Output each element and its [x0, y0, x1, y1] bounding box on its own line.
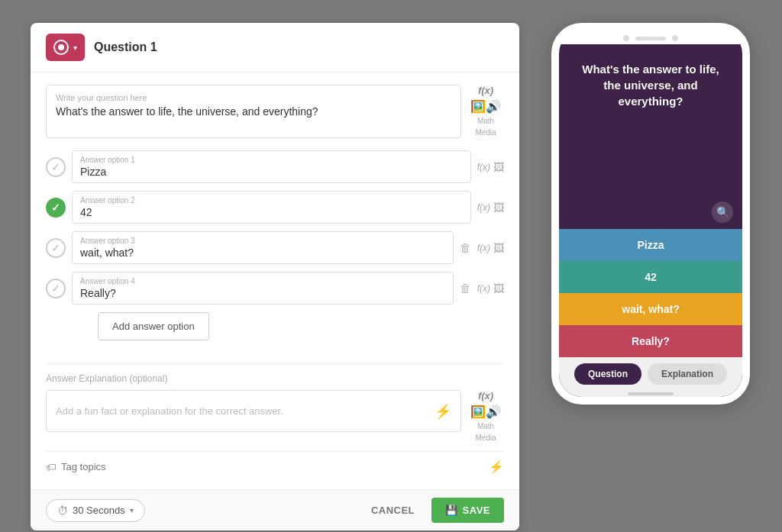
answer-option-row-3: ✓ Answer option 3 wait, what? 🗑 f(x) 🖼 [46, 231, 504, 264]
save-button[interactable]: 💾 SAVE [431, 498, 504, 523]
delete-answer-btn-4[interactable]: 🗑 [460, 282, 471, 295]
answer-option-row-4: ✓ Answer option 4 Really? 🗑 f(x) 🖼 [46, 272, 504, 305]
phone-tab-explanation[interactable]: Explanation [648, 363, 727, 385]
answer-check-1[interactable]: ✓ [46, 157, 66, 177]
tag-bolt-icon: ⚡ [489, 459, 504, 474]
question-title: Question 1 [94, 40, 157, 54]
answer-media-btn-4[interactable]: 🖼 [493, 282, 504, 295]
explanation-media-label: Media [475, 434, 496, 442]
tag-topics-row: 🏷 Tag topics ⚡ [46, 451, 504, 477]
phone-question-area: What's the answer to life, the universe,… [559, 44, 742, 229]
phone-answer-1[interactable]: Pizza [559, 229, 742, 261]
answer-input-2[interactable]: Answer option 2 42 [72, 191, 471, 224]
answer-math-btn-4[interactable]: f(x) [477, 283, 490, 294]
answer-math-btn-3[interactable]: f(x) [477, 243, 490, 253]
tag-icon: 🏷 [46, 461, 57, 473]
phone-camera-2 [672, 35, 678, 41]
explanation-math-button[interactable]: f(x) [478, 390, 493, 401]
question-placeholder: Write your question here [56, 93, 451, 102]
editor-panel: ▾ Question 1 Write your question here Wh… [31, 23, 519, 530]
footer-buttons: CANCEL 💾 SAVE [362, 498, 504, 523]
check-icon-3: ✓ [51, 242, 60, 254]
phone-answer-3[interactable]: wait, what? [559, 293, 742, 325]
question-input-row: Write your question here What's the answ… [46, 85, 504, 138]
tag-topics-label: Tag topics [61, 461, 106, 472]
check-icon-1: ✓ [51, 161, 60, 173]
answer-input-4[interactable]: Answer option 4 Really? [72, 272, 454, 305]
phone-top [559, 31, 742, 44]
phone-answer-4[interactable]: Really? [559, 325, 742, 357]
phone-tab-question[interactable]: Question [574, 363, 641, 385]
save-label: SAVE [463, 505, 490, 516]
question-media-button[interactable]: 🖼️🔊 [470, 99, 501, 114]
question-text: What's the answer to life, the universe,… [56, 105, 451, 118]
save-icon: 💾 [445, 505, 458, 516]
target-icon [53, 40, 69, 55]
editor-footer: ⏱ 30 Seconds ▾ CANCEL 💾 SAVE [31, 489, 519, 530]
check-icon-4: ✓ [51, 282, 60, 295]
phone-answer-2[interactable]: 42 [559, 261, 742, 293]
explanation-media-button[interactable]: 🖼️🔊 [470, 405, 501, 419]
phone-bottom-tabs: Question Explanation [559, 357, 742, 389]
phone-answers: Pizza 42 wait, what? Really? [559, 229, 742, 357]
explanation-math-label: Math [477, 422, 494, 430]
answer-option-row-1: ✓ Answer option 1 Pizza f(x) 🖼 [46, 150, 504, 183]
phone-container: What's the answer to life, the universe,… [550, 23, 751, 405]
phone-question-text: What's the answer to life, the universe,… [573, 61, 729, 109]
explanation-section: Answer Explanation (optional) Add a fun … [46, 363, 504, 442]
chevron-down-icon: ▾ [73, 44, 77, 52]
explanation-math-media: f(x) 🖼️🔊 Math Media [467, 390, 504, 442]
answer-value-1: Pizza [80, 166, 463, 178]
phone-camera [623, 35, 629, 41]
answer-label-2: Answer option 2 [80, 196, 463, 205]
answer-actions-1: f(x) 🖼 [477, 161, 504, 173]
explanation-placeholder: Add a fun fact or explanation for the co… [56, 405, 428, 417]
answer-media-btn-3[interactable]: 🖼 [493, 242, 504, 254]
answer-value-3: wait, what? [80, 247, 445, 259]
answer-option-row-2: ✓ Answer option 2 42 f(x) 🖼 [46, 191, 504, 224]
clock-icon: ⏱ [57, 505, 68, 517]
question-type-button[interactable]: ▾ [46, 34, 85, 61]
check-icon-2: ✓ [51, 202, 60, 214]
answer-check-2[interactable]: ✓ [46, 198, 66, 218]
answer-media-btn-2[interactable]: 🖼 [493, 202, 504, 214]
answer-actions-2: f(x) 🖼 [477, 202, 504, 214]
answer-actions-3: f(x) 🖼 [477, 242, 504, 254]
editor-body: Write your question here What's the answ… [31, 73, 519, 489]
answer-check-4[interactable]: ✓ [46, 279, 66, 298]
question-text-area[interactable]: Write your question here What's the answ… [46, 85, 461, 138]
answer-media-btn-1[interactable]: 🖼 [493, 161, 504, 173]
phone-zoom-icon[interactable]: 🔍 [712, 202, 733, 223]
answer-label-1: Answer option 1 [80, 156, 463, 164]
editor-header: ▾ Question 1 [31, 23, 519, 73]
phone-bottom-bar [559, 389, 742, 397]
phone-speaker [635, 37, 666, 40]
time-selector[interactable]: ⏱ 30 Seconds ▾ [46, 499, 145, 522]
question-math-button[interactable]: f(x) [478, 85, 493, 96]
phone-frame: What's the answer to life, the universe,… [551, 23, 750, 405]
answer-input-1[interactable]: Answer option 1 Pizza [72, 150, 471, 183]
cancel-button[interactable]: CANCEL [362, 498, 424, 522]
question-math-media: f(x) 🖼️🔊 Math Media [467, 85, 504, 137]
answer-value-4: Really? [80, 287, 445, 299]
tag-topics-button[interactable]: 🏷 Tag topics [46, 461, 106, 473]
time-label: 30 Seconds [73, 505, 125, 516]
explanation-input-row: Add a fun fact or explanation for the co… [46, 390, 504, 442]
answer-math-btn-2[interactable]: f(x) [477, 202, 490, 213]
time-chevron-icon: ▾ [130, 506, 134, 514]
explanation-section-label: Answer Explanation (optional) [46, 373, 504, 384]
question-math-label: Math [477, 117, 494, 125]
question-media-label: Media [475, 128, 496, 137]
answer-label-3: Answer option 3 [80, 237, 445, 245]
answer-input-3[interactable]: Answer option 3 wait, what? [72, 231, 454, 264]
answer-check-3[interactable]: ✓ [46, 238, 66, 258]
phone-home-indicator [628, 392, 674, 395]
answer-label-4: Answer option 4 [80, 277, 445, 285]
phone-screen: What's the answer to life, the universe,… [559, 44, 742, 397]
delete-answer-btn-3[interactable]: 🗑 [460, 241, 471, 254]
answer-actions-4: f(x) 🖼 [477, 282, 504, 295]
add-answer-option-button[interactable]: Add answer option [98, 312, 209, 340]
answer-math-btn-1[interactable]: f(x) [477, 162, 490, 172]
explanation-input[interactable]: Add a fun fact or explanation for the co… [46, 390, 461, 432]
answer-value-2: 42 [80, 206, 463, 218]
